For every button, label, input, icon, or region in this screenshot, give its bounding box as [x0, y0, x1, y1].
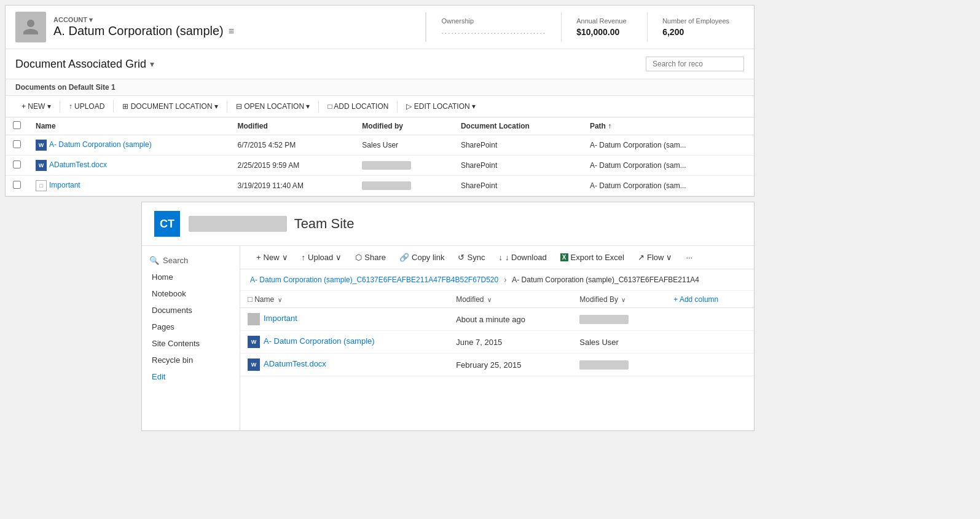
- sp-row-modified-by-cell: [572, 308, 666, 331]
- row-modified-by-cell: [355, 156, 453, 176]
- row-modified-by-cell: Sales User: [355, 135, 453, 156]
- sp-flow-button[interactable]: ↗ Flow ∨: [632, 250, 678, 265]
- sidebar-item-pages[interactable]: Pages: [142, 319, 240, 335]
- add-location-button[interactable]: □ ADD LOCATION: [321, 100, 394, 113]
- sp-copy-link-button[interactable]: 🔗 Copy link: [393, 250, 450, 265]
- avatar: [15, 12, 46, 42]
- row-name-cell: □Important: [28, 176, 230, 196]
- sp-download-button[interactable]: ↓ ↓ Download: [492, 250, 552, 265]
- sort-chevron-icon: ∨: [487, 296, 492, 303]
- col-doc-location-header: Document Location: [453, 117, 582, 135]
- word-file-icon: W: [248, 336, 260, 348]
- file-link[interactable]: A- Datum Corporation (sample): [49, 140, 152, 149]
- search-icon: 🔍: [149, 256, 159, 265]
- sidebar-item-notebook[interactable]: Notebook: [142, 285, 240, 302]
- sp-row-modified-cell: About a minute ago: [449, 308, 572, 331]
- annual-revenue-value: $10,000.00: [576, 27, 632, 37]
- col-modified-header: Modified: [230, 117, 355, 135]
- sp-export-button[interactable]: X Export to Excel: [554, 250, 630, 265]
- sp-row-name-cell: Important: [240, 308, 449, 331]
- sp-upload-label: Upload: [308, 253, 333, 262]
- sp-site-name-redacted: [189, 216, 287, 232]
- sidebar-item-recycle-bin[interactable]: Recycle bin: [142, 352, 240, 368]
- edit-location-button[interactable]: ▷ EDIT LOCATION ▾: [400, 100, 482, 113]
- chevron-down-icon[interactable]: ▾: [150, 59, 154, 69]
- row-name-cell: WADatumTest.docx: [28, 156, 230, 176]
- row-name-cell: WA- Datum Corporation (sample): [28, 135, 230, 156]
- add-column-label[interactable]: + Add column: [673, 295, 718, 304]
- sp-header-text: Team Site: [189, 216, 742, 232]
- sidebar-item-home[interactable]: Home: [142, 269, 240, 285]
- sp-row-modified-cell: June 7, 2015: [449, 331, 572, 354]
- sp-command-bar: + New ∨ ↑ Upload ∨ ⬡ Share 🔗 Copy link: [240, 246, 754, 269]
- gray-file-icon: [248, 313, 260, 325]
- sp-file-link[interactable]: Important: [264, 314, 297, 323]
- document-table: Name Modified Modified by Document Locat…: [6, 117, 754, 196]
- docx-file-icon: W: [248, 359, 260, 371]
- sp-row-modified-cell: February 25, 2015: [449, 354, 572, 376]
- row-checkbox[interactable]: [13, 160, 21, 168]
- sp-share-button[interactable]: ⬡ Share: [349, 250, 392, 265]
- document-location-button[interactable]: ⊞ DOCUMENT LOCATION ▾: [116, 100, 224, 113]
- toolbar-separator-3: [227, 100, 227, 113]
- ownership-value: ................................: [441, 27, 546, 36]
- row-modified-cell: 2/25/2015 9:59 AM: [230, 156, 355, 176]
- table-row: □Important 3/19/2019 11:40 AM SharePoint…: [6, 176, 754, 196]
- sp-download-label: ↓ Download: [505, 253, 547, 262]
- sp-search-item[interactable]: 🔍 Search: [142, 252, 240, 269]
- open-location-button[interactable]: ⊟ OPEN LOCATION ▾: [230, 100, 316, 113]
- row-path-cell: A- Datum Corporation (sam...: [582, 156, 754, 176]
- sidebar-item-site-contents[interactable]: Site Contents: [142, 335, 240, 352]
- hamburger-icon[interactable]: ≡: [229, 26, 234, 37]
- sidebar-item-edit[interactable]: Edit: [142, 368, 240, 385]
- sp-col-add-column[interactable]: + Add column: [666, 291, 754, 308]
- sp-col-modified-header: Modified ∨: [449, 291, 572, 308]
- search-input[interactable]: [646, 57, 744, 71]
- file-link[interactable]: Important: [49, 181, 80, 189]
- sp-sync-button[interactable]: ↺ Sync: [452, 250, 491, 265]
- col-modified-by-header: Modified by: [355, 117, 453, 135]
- select-all-checkbox[interactable]: [13, 121, 21, 129]
- flow-icon: ↗: [638, 253, 645, 262]
- sp-upload-button[interactable]: ↑ Upload ∨: [296, 250, 348, 265]
- sp-row-add-col-cell: [666, 331, 754, 354]
- upload-button[interactable]: ↑ UPLOAD: [63, 100, 111, 113]
- row-checkbox[interactable]: [13, 181, 21, 189]
- crm-stats: Ownership ..............................…: [425, 12, 744, 42]
- sp-flow-label: Flow: [647, 253, 664, 262]
- more-icon: ···: [686, 253, 692, 262]
- breadcrumb-part1[interactable]: A- Datum Corporation (sample)_C6137E6FEA…: [250, 275, 498, 284]
- doc-grid-title: Document Associated Grid ▾: [15, 58, 154, 71]
- toolbar-separator-1: [60, 100, 60, 113]
- sp-file-link[interactable]: ADatumTest.docx: [264, 359, 326, 368]
- redacted-text: [362, 181, 411, 190]
- modified-by-text: Sales User: [579, 338, 619, 347]
- sp-body: 🔍 Search Home Notebook Documents Pages S…: [142, 246, 754, 430]
- file-link[interactable]: ADatumTest.docx: [49, 160, 107, 169]
- doc-toolbar: + NEW ▾ ↑ UPLOAD ⊞ DOCUMENT LOCATION ▾ ⊟…: [6, 96, 754, 117]
- sp-row-name-cell: WADatumTest.docx: [240, 354, 449, 376]
- row-modified-cell: 6/7/2015 4:52 PM: [230, 135, 355, 156]
- row-path-cell: A- Datum Corporation (sam...: [582, 176, 754, 196]
- row-checkbox[interactable]: [13, 140, 21, 148]
- sp-export-label: Export to Excel: [571, 253, 624, 262]
- excel-icon: X: [560, 253, 568, 261]
- sidebar-item-documents[interactable]: Documents: [142, 302, 240, 319]
- download-icon: ↓: [498, 253, 503, 262]
- sp-table-row: Important About a minute ago: [240, 308, 754, 331]
- chevron-down-icon: ∨: [282, 253, 288, 262]
- breadcrumb-part2: A- Datum Corporation (sample)_C6137E6FEA…: [512, 275, 699, 284]
- chevron-down-icon: ∨: [335, 253, 342, 262]
- row-doc-location-cell: SharePoint: [453, 156, 582, 176]
- doc-grid-header: Document Associated Grid ▾: [6, 49, 754, 79]
- sp-file-link[interactable]: A- Datum Corporation (sample): [264, 336, 375, 346]
- upload-icon: ↑: [302, 253, 306, 262]
- sync-icon: ↺: [458, 253, 465, 262]
- sp-more-button[interactable]: ···: [680, 250, 699, 265]
- sp-row-add-col-cell: [666, 354, 754, 376]
- new-button[interactable]: + NEW ▾: [15, 100, 57, 113]
- sp-header: CT Team Site: [142, 202, 754, 246]
- sp-new-button[interactable]: + New ∨: [250, 250, 294, 265]
- word-file-icon: W: [36, 140, 47, 151]
- annual-revenue-stat: Annual Revenue $10,000.00: [561, 12, 647, 42]
